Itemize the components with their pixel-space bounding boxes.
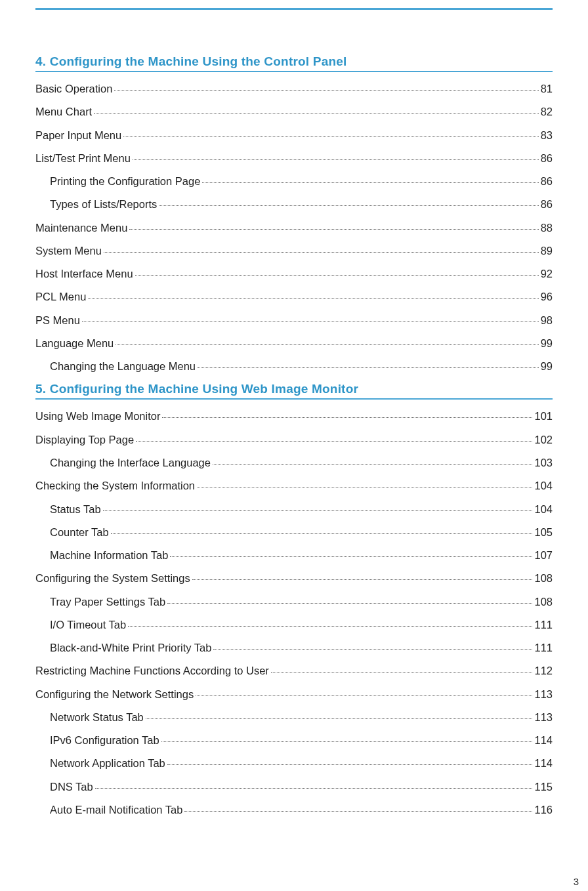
toc-page: 103 xyxy=(534,455,553,470)
toc-label: Using Web Image Monitor xyxy=(35,409,160,423)
toc-page: 113 xyxy=(534,687,553,701)
toc-leader xyxy=(167,603,532,604)
toc-entry: Host Interface Menu 92 xyxy=(35,266,553,281)
toc-entry: System Menu 89 xyxy=(35,243,553,258)
toc-page: 92 xyxy=(541,266,553,281)
toc-entry: Configuring the System Settings 108 xyxy=(35,571,553,585)
toc-leader xyxy=(159,205,538,206)
toc-label: Types of Lists/Reports xyxy=(35,197,157,211)
toc-entry-sub: Tray Paper Settings Tab 108 xyxy=(35,594,553,609)
toc-label: Restricting Machine Functions According … xyxy=(35,663,269,678)
toc-page: 116 xyxy=(534,802,553,817)
toc-page: 111 xyxy=(534,617,553,632)
toc-leader xyxy=(103,510,533,511)
toc-leader xyxy=(128,626,532,627)
toc-entry: Menu Chart 82 xyxy=(35,104,553,119)
toc-leader xyxy=(111,533,533,534)
toc-entry-sub: Changing the Language Menu 99 xyxy=(35,359,553,373)
toc-page: 112 xyxy=(534,663,553,678)
toc-entry-sub: Network Application Tab 114 xyxy=(35,756,553,770)
toc-page: 113 xyxy=(534,710,553,724)
toc-leader xyxy=(133,159,539,160)
section-heading: 4. Configuring the Machine Using the Con… xyxy=(35,54,553,72)
toc-label: IPv6 Configuration Tab xyxy=(35,733,159,747)
toc-leader xyxy=(114,90,538,91)
toc-leader xyxy=(129,229,538,230)
toc-leader xyxy=(170,556,532,557)
toc-page: 111 xyxy=(534,640,553,655)
toc-label: Changing the Interface Language xyxy=(35,455,211,470)
toc-label: System Menu xyxy=(35,243,102,258)
toc-label: Configuring the System Settings xyxy=(35,571,190,585)
toc-entry-sub: IPv6 Configuration Tab 114 xyxy=(35,733,553,747)
toc-page: 104 xyxy=(534,502,553,516)
toc-label: Checking the System Information xyxy=(35,478,195,493)
toc-page: 101 xyxy=(534,409,553,423)
toc-leader xyxy=(136,441,532,442)
toc-label: Paper Input Menu xyxy=(35,128,121,142)
toc-page: 102 xyxy=(534,432,553,447)
toc-leader xyxy=(197,487,532,487)
toc-label: PS Menu xyxy=(35,313,80,327)
toc-entry: Paper Input Menu 83 xyxy=(35,128,553,142)
toc-entry-sub: Counter Tab 105 xyxy=(35,525,553,539)
toc-leader xyxy=(184,811,532,812)
toc-label: Menu Chart xyxy=(35,104,92,119)
section-heading: 5. Configuring the Machine Using Web Ima… xyxy=(35,382,553,400)
toc-leader xyxy=(146,718,533,719)
toc-entry-sub: Changing the Interface Language 103 xyxy=(35,455,553,470)
toc-label: Basic Operation xyxy=(35,81,112,96)
toc-label: Network Application Tab xyxy=(35,756,165,770)
toc-label: Network Status Tab xyxy=(35,710,144,724)
toc-leader xyxy=(202,182,538,183)
toc-entry-sub: Types of Lists/Reports 86 xyxy=(35,197,553,211)
toc-page: 114 xyxy=(534,733,553,747)
toc-entry: Displaying Top Page 102 xyxy=(35,432,553,447)
toc-leader xyxy=(161,741,533,742)
toc-page: 88 xyxy=(541,220,553,235)
toc-label: Tray Paper Settings Tab xyxy=(35,594,165,609)
toc-entry: Language Menu 99 xyxy=(35,336,553,350)
toc-label: Changing the Language Menu xyxy=(35,359,196,373)
toc-leader xyxy=(213,649,532,650)
toc-page: 99 xyxy=(541,336,553,350)
toc-label: Status Tab xyxy=(35,502,101,516)
toc-leader xyxy=(198,367,539,368)
toc-leader xyxy=(162,417,532,418)
toc-entry: Configuring the Network Settings 113 xyxy=(35,687,553,701)
toc-entry-sub: Network Status Tab 113 xyxy=(35,710,553,724)
toc-page: 86 xyxy=(541,174,553,188)
toc-page: 82 xyxy=(541,104,553,119)
toc-page: 99 xyxy=(541,359,553,373)
toc-entry: Restricting Machine Functions According … xyxy=(35,663,553,678)
toc-label: Printing the Configuration Page xyxy=(35,174,200,188)
toc-entry: List/Test Print Menu 86 xyxy=(35,151,553,165)
toc-leader xyxy=(123,136,538,137)
toc-page: 108 xyxy=(534,571,553,585)
toc-page: 104 xyxy=(534,478,553,493)
toc-page: 108 xyxy=(534,594,553,609)
toc-label: PCL Menu xyxy=(35,289,86,304)
toc-leader xyxy=(94,113,538,114)
toc-entry-sub: I/O Timeout Tab 111 xyxy=(35,617,553,632)
toc-page: 86 xyxy=(541,197,553,211)
toc-label: Black-and-White Print Priority Tab xyxy=(35,640,211,655)
toc-label: Language Menu xyxy=(35,336,114,350)
toc-entry-sub: Machine Information Tab 107 xyxy=(35,548,553,562)
toc-label: Counter Tab xyxy=(35,525,109,539)
toc-page: 96 xyxy=(541,289,553,304)
toc-entry: PCL Menu 96 xyxy=(35,289,553,304)
toc-entry: Using Web Image Monitor 101 xyxy=(35,409,553,423)
toc-leader xyxy=(192,579,533,580)
toc-page: 114 xyxy=(534,756,553,770)
toc-leader xyxy=(167,764,533,765)
toc-entry-sub: Status Tab 104 xyxy=(35,502,553,516)
toc-entry-sub: Black-and-White Print Priority Tab 111 xyxy=(35,640,553,655)
toc-entry: Maintenance Menu 88 xyxy=(35,220,553,235)
toc-leader xyxy=(82,321,539,322)
toc-leader xyxy=(88,298,538,299)
toc-page: 83 xyxy=(541,128,553,142)
toc-label: Displaying Top Page xyxy=(35,432,134,447)
toc-entry: PS Menu 98 xyxy=(35,313,553,327)
toc-label: List/Test Print Menu xyxy=(35,151,131,165)
